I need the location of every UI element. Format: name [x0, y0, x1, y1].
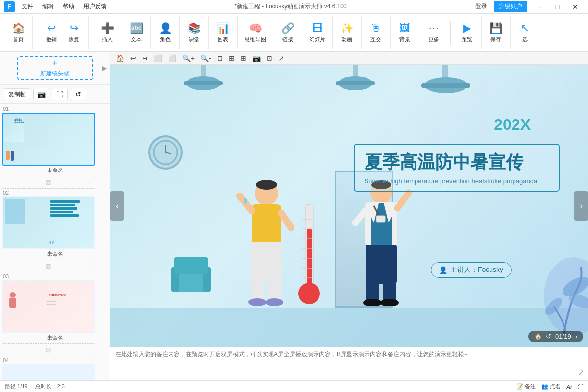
role-icon: 👤 [159, 22, 172, 35]
zoomout-icon[interactable]: 🔍- [198, 53, 213, 63]
slide-icon: 🎞 [312, 22, 323, 35]
chart-button[interactable]: 📊 图表 [212, 20, 234, 45]
slide-add-1[interactable]: ⊠ [2, 176, 95, 189]
menu-help[interactable]: 帮助 [59, 1, 78, 12]
home-icon: 🏠 [12, 22, 25, 35]
toolbar-slide-group: 🎞 幻灯片 [302, 16, 333, 49]
new-frame-section: + 新建镜头帧 ▶ [0, 52, 110, 85]
nav-next-button[interactable]: › [574, 191, 588, 220]
fullscreen-icon: ⛶ [56, 90, 63, 98]
nav-prev-button[interactable]: ‹ [110, 191, 124, 220]
svg-rect-15 [174, 272, 208, 292]
upgrade-button[interactable]: 升级账户 [494, 1, 527, 12]
toolbar-preview-group: ▶ 预览 [453, 16, 482, 49]
menu-bar: 文件 编辑 帮助 用户反馈 [18, 1, 111, 12]
notes-status-button[interactable]: 📝 备注 [516, 383, 536, 390]
menu-edit[interactable]: 编辑 [38, 1, 58, 12]
fullscreen-status-button[interactable]: ⛶ [578, 384, 583, 390]
toolbar-chart-group: 📊 图表 [209, 16, 238, 49]
toolbar-bg-group: 🖼 背景 [391, 16, 419, 49]
indicator-home-icon[interactable]: 🏠 [534, 333, 542, 340]
copy-small-icon[interactable]: ⬜ [152, 53, 164, 63]
camera-button[interactable]: 📷 [33, 88, 49, 100]
toolbar-role-group: 👤 角色 [151, 16, 180, 49]
zoomin-icon[interactable]: 🔍+ [180, 53, 196, 63]
slide-button[interactable]: 🎞 幻灯片 [305, 20, 329, 45]
redo-small-icon[interactable]: ↪ [140, 53, 150, 63]
grid-icon[interactable]: ⊞ [239, 53, 248, 63]
ai-label: Ai [566, 384, 572, 390]
notes-expand-button[interactable]: ⤢ [578, 368, 584, 377]
slide-thumb-1[interactable]: 202X 夏季高温防中暑宣传 [2, 113, 95, 166]
slide-add-3[interactable]: ⊠ [2, 343, 95, 356]
more-label: 更多 [428, 36, 439, 43]
save-button[interactable]: 💾 保存 [485, 20, 507, 45]
fullscreen-button[interactable]: ⛶ [52, 88, 68, 100]
slide-thumb-2[interactable]: 目录 [2, 196, 95, 249]
align-icon[interactable]: ⊞ [227, 53, 237, 63]
text-icon: 🔤 [130, 22, 143, 35]
notes-input[interactable] [115, 350, 583, 374]
mindmap-button[interactable]: 🧠 思维导图 [241, 20, 270, 45]
menu-file[interactable]: 文件 [18, 1, 37, 12]
fit-icon[interactable]: ⊡ [215, 53, 225, 63]
undo-button[interactable]: ↩ 撤销 [40, 20, 63, 45]
rotate-button[interactable]: ↺ [71, 88, 86, 100]
paste-small-icon[interactable]: ⬜ [166, 53, 178, 63]
svg-rect-21 [252, 204, 281, 244]
menu-feedback[interactable]: 用户反馈 [79, 1, 111, 12]
layer-icon[interactable]: ⊡ [265, 53, 274, 63]
svg-rect-26 [251, 277, 264, 301]
page-current: 01 [555, 333, 562, 340]
chart-icon: 📊 [217, 22, 230, 35]
link-icon: 🔗 [281, 22, 294, 35]
preview-button[interactable]: ▶ 预览 [456, 20, 478, 45]
more-button[interactable]: ⋯ 更多 [422, 20, 445, 45]
minimize-button[interactable]: ─ [531, 0, 549, 14]
slide-year: 202X [494, 116, 531, 134]
canvas-wrapper: 202X 夏季高温防中暑宣传 Summer high temperature p… [110, 65, 588, 347]
slide-thumb-4[interactable] [2, 364, 95, 380]
select-label: 选 [522, 36, 528, 43]
close-button[interactable]: ✕ [566, 0, 584, 14]
copy-frame-button[interactable]: 复制帧 [4, 88, 30, 100]
select-button[interactable]: ↖ 选 [514, 20, 536, 45]
callout-button[interactable]: 👥 点名 [541, 383, 561, 390]
notes-label: 备注 [525, 383, 536, 390]
slide-add-2[interactable]: ⊠ [2, 260, 95, 272]
home-small-icon[interactable]: 🏠 [114, 53, 126, 63]
insert-button[interactable]: ➕ 插入 [96, 20, 119, 45]
slide-item-2: 02 目录 未命名 [2, 190, 108, 258]
ai-button[interactable]: Ai [566, 384, 572, 390]
new-frame-button[interactable]: + 新建镜头帧 [17, 56, 93, 80]
slide-thumb-3[interactable]: 中暑基本知识 xxxxxxxxxxxxxxxxxxxx [2, 280, 95, 333]
bg-icon: 🖼 [399, 22, 410, 35]
maximize-button[interactable]: □ [549, 0, 566, 14]
export-icon[interactable]: ↗ [276, 53, 286, 63]
sidebar-collapse-button[interactable]: ▶ [102, 65, 107, 72]
text-button[interactable]: 🔤 文本 [125, 20, 147, 45]
slide-item-4: 04 [2, 357, 108, 380]
bg-button[interactable]: 🖼 背景 [393, 20, 416, 45]
login-button[interactable]: 登录 [470, 1, 492, 12]
title-bar: F 文件 编辑 帮助 用户反馈 *新建工程 - Focusky动画演示大师 v4… [0, 0, 588, 14]
undo-small-icon[interactable]: ↩ [128, 53, 138, 63]
role-button[interactable]: 👤 角色 [154, 20, 176, 45]
link-button[interactable]: 🔗 链接 [276, 20, 299, 45]
interact-button[interactable]: 🖱 互交 [365, 20, 387, 45]
anim-button[interactable]: ✨ 动画 [336, 20, 358, 45]
callout-label: 点名 [550, 383, 561, 390]
slide-name-1: 未命名 [2, 167, 108, 174]
indicator-replay-icon[interactable]: ↺ [546, 333, 551, 340]
indicator-next-icon[interactable]: › [575, 333, 577, 340]
svg-rect-1 [9, 298, 16, 308]
rotate-icon: ↺ [75, 90, 81, 98]
class-button[interactable]: 📚 课堂 [183, 20, 205, 45]
slide-name-2: 未命名 [2, 250, 108, 258]
redo-button[interactable]: ↪ 恢复 [63, 20, 85, 45]
home-button[interactable]: 🏠 首页 [7, 20, 29, 45]
class-icon: 📚 [188, 22, 201, 35]
svg-rect-27 [268, 277, 281, 301]
photo-icon[interactable]: 📷 [250, 53, 263, 63]
slide-number-4: 04 [2, 357, 108, 363]
